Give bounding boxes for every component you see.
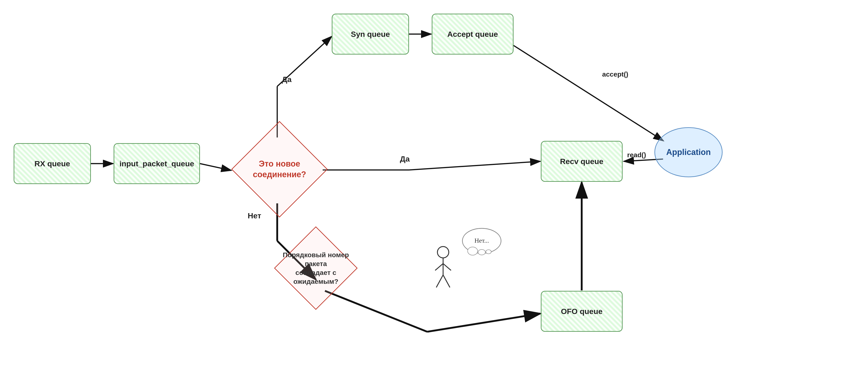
svg-line-25	[436, 275, 443, 288]
stick-figure	[432, 245, 455, 292]
yes-bottom-label: Да	[400, 154, 410, 163]
input-packet-queue-label: input_packet_queue	[120, 159, 194, 168]
seq-match-label: Порядковый номер пакетасовпадает с ожида…	[275, 250, 357, 286]
svg-line-14	[427, 313, 540, 332]
svg-line-3	[200, 163, 231, 171]
read-label: read()	[627, 151, 646, 159]
syn-queue-box: Syn queue	[332, 13, 409, 55]
accept-queue-box: Accept queue	[432, 13, 514, 55]
svg-line-7	[514, 46, 663, 141]
rx-queue-label: RX queue	[35, 159, 70, 168]
ofo-queue-box: OFO queue	[541, 291, 623, 332]
svg-line-12	[409, 161, 540, 170]
seq-match-diamond: Порядковый номер пакетасовпадает с ожида…	[245, 236, 386, 300]
ofo-queue-label: OFO queue	[561, 307, 602, 316]
stick-figure-svg	[432, 245, 455, 291]
thought-cloud-svg: Нет...	[459, 223, 504, 259]
input-packet-queue-box: input_packet_queue	[114, 143, 200, 184]
svg-point-18	[478, 249, 485, 255]
svg-line-26	[443, 275, 450, 288]
no-bottom-label: Нет	[248, 211, 261, 220]
application-ellipse: Application	[654, 127, 722, 177]
recv-queue-label: Recv queue	[560, 157, 603, 166]
svg-line-24	[443, 264, 451, 270]
diagram-container: RX queue input_packet_queue Syn queue Ac…	[0, 0, 868, 389]
yes-top-label: Да	[282, 75, 291, 84]
application-label: Application	[666, 147, 711, 157]
new-connection-label: Это новое соединение?	[232, 158, 327, 180]
thought-bubble: Нет...	[459, 223, 504, 260]
arrows-svg	[0, 0, 868, 389]
recv-queue-box: Recv queue	[541, 141, 623, 182]
svg-point-19	[486, 250, 491, 254]
new-connection-diamond: Это новое соединение?	[232, 134, 327, 205]
rx-queue-box: RX queue	[13, 143, 91, 184]
syn-queue-label: Syn queue	[351, 30, 390, 39]
svg-text:Нет...: Нет...	[474, 237, 489, 244]
svg-line-23	[435, 264, 443, 270]
accept-label: accept()	[602, 70, 628, 78]
svg-point-21	[437, 246, 449, 258]
accept-queue-label: Accept queue	[447, 30, 498, 39]
svg-point-17	[468, 247, 477, 255]
